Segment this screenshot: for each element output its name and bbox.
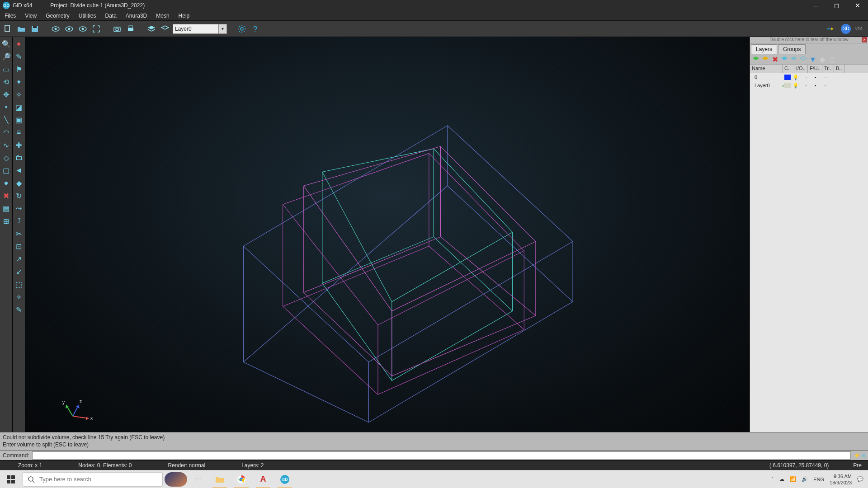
tool-1-icon[interactable]: ⚑ xyxy=(14,64,24,74)
folder-icon[interactable]: ▣ xyxy=(14,115,24,125)
layer-t1-icon[interactable] xyxy=(780,56,788,64)
lock-icon[interactable]: ▫ xyxy=(801,75,811,80)
delete-icon[interactable]: ✖ xyxy=(1,191,11,201)
cube-icon[interactable]: ▢ xyxy=(1,165,11,175)
tray-cloud-icon[interactable]: ☁ xyxy=(779,476,784,482)
layer-t4-icon[interactable]: ◆ xyxy=(818,56,826,64)
layers2-icon[interactable] xyxy=(159,23,171,35)
viewport-3d[interactable]: x y z xyxy=(25,37,750,432)
tool-12-icon[interactable]: ↙ xyxy=(14,267,24,277)
menu-view[interactable]: View xyxy=(20,13,41,19)
record-icon[interactable]: ● xyxy=(14,39,24,49)
search-highlight-icon[interactable] xyxy=(165,472,187,487)
tray-chevron-icon[interactable]: ˄ xyxy=(771,476,774,482)
settings-icon[interactable] xyxy=(236,23,248,35)
zoom-out-icon[interactable]: 🔎 xyxy=(1,52,11,61)
tool-6-icon[interactable]: ↻ xyxy=(14,191,24,201)
gid-taskbar-icon[interactable]: GD xyxy=(274,470,296,488)
selection-box-icon[interactable]: ⬚ xyxy=(14,279,24,289)
tool-4-icon[interactable]: ≡ xyxy=(14,127,24,137)
layer-color-swatch[interactable] xyxy=(784,75,791,80)
print-icon[interactable] xyxy=(125,23,137,35)
eraser-icon[interactable]: ◪ xyxy=(14,102,24,112)
menu-data[interactable]: Data xyxy=(101,13,121,19)
menu-utilities[interactable]: Utilities xyxy=(74,13,101,19)
tool-13-icon[interactable]: ✧ xyxy=(14,292,24,302)
menu-mesh[interactable]: Mesh xyxy=(151,13,174,19)
bulb-icon[interactable]: 💡 xyxy=(791,83,801,89)
taskbar-search[interactable]: Type here to search xyxy=(23,472,163,487)
line-icon[interactable]: ╲ xyxy=(1,115,11,125)
pointer-icon[interactable]: ◄ xyxy=(14,165,24,175)
fit-view-icon[interactable] xyxy=(90,23,102,35)
edit-icon[interactable]: ✎ xyxy=(14,52,24,61)
vis-icon[interactable]: ▪ xyxy=(811,83,821,88)
back-icon[interactable]: ▫ xyxy=(821,75,830,80)
box-select-icon[interactable]: ▭ xyxy=(1,64,11,74)
minimize-button[interactable]: – xyxy=(806,0,826,11)
bulb-icon[interactable]: 💡 xyxy=(791,75,801,80)
menu-help[interactable]: Help xyxy=(174,13,194,19)
tool-3-icon[interactable]: ✧ xyxy=(14,89,24,99)
tray-notifications-icon[interactable]: 💬 xyxy=(857,476,863,482)
cmd-run-icon[interactable]: ⚡ xyxy=(854,452,860,459)
shape-icon[interactable]: ◆ xyxy=(14,178,24,188)
tray-wifi-icon[interactable]: 📶 xyxy=(790,476,796,482)
menu-files[interactable]: Files xyxy=(0,13,20,19)
layer-row[interactable]: Layer0 ✓ 💡 ▫ ▪ ▫ xyxy=(750,81,868,89)
layer-filter-icon[interactable]: ▼ xyxy=(809,56,817,64)
open-icon[interactable]: 🗀 xyxy=(14,153,24,163)
layer-t2-icon[interactable] xyxy=(790,56,798,64)
tray-volume-icon[interactable]: 🔊 xyxy=(802,476,808,482)
brush-icon[interactable]: ✎ xyxy=(14,305,24,314)
curve-icon[interactable]: ∿ xyxy=(1,140,11,150)
layer-new-icon[interactable] xyxy=(752,56,760,64)
eye2-icon[interactable] xyxy=(63,23,75,35)
layer-row[interactable]: 0 💡 ▫ ▪ ▫ xyxy=(750,73,868,81)
layer-t3-icon[interactable] xyxy=(799,56,807,64)
eye1-icon[interactable] xyxy=(50,23,61,35)
layer-dropdown[interactable]: Layer0 ▼ xyxy=(173,24,227,34)
menu-anura3d[interactable]: Anura3D xyxy=(121,13,151,19)
layer-delete-icon[interactable]: ✖ xyxy=(771,56,779,64)
tool-7-icon[interactable]: ⤳ xyxy=(14,203,24,213)
tool-5-icon[interactable]: ✚ xyxy=(14,140,24,150)
help-icon[interactable]: ? xyxy=(250,23,261,35)
cmd-clear-icon[interactable]: ≡ xyxy=(862,452,865,459)
back-icon[interactable]: ▫ xyxy=(821,83,830,88)
app-a-icon[interactable]: A xyxy=(252,470,274,488)
list-icon[interactable]: ▤ xyxy=(1,203,11,213)
surface-icon[interactable]: ◇ xyxy=(1,153,11,163)
layers-icon[interactable] xyxy=(146,23,157,35)
close-button[interactable]: ✕ xyxy=(847,0,868,11)
panel-tearoff-hint[interactable]: Double click here to tear off the window… xyxy=(750,37,868,43)
sphere-icon[interactable]: ● xyxy=(1,178,11,188)
layer-send-icon[interactable] xyxy=(761,56,769,64)
point-icon[interactable]: • xyxy=(1,102,11,112)
maximize-button[interactable]: ◻ xyxy=(826,0,847,11)
rotate-icon[interactable]: ⟲ xyxy=(1,77,11,87)
new-file-icon[interactable] xyxy=(2,23,14,35)
layer-clipboard-icon[interactable]: ▯ xyxy=(828,56,836,64)
layer-color-swatch[interactable] xyxy=(784,83,791,88)
tab-layers[interactable]: Layers xyxy=(751,44,777,54)
tool-8-icon[interactable]: ⤴ xyxy=(14,216,24,226)
task-view-icon[interactable]: ▭ xyxy=(187,470,209,488)
pan-icon[interactable]: ✥ xyxy=(1,89,11,99)
file-explorer-icon[interactable] xyxy=(209,470,231,488)
tool-10-icon[interactable]: ⊡ xyxy=(14,241,24,251)
start-button[interactable] xyxy=(0,470,22,488)
tool-11-icon[interactable]: ↗ xyxy=(14,254,24,264)
tray-clock[interactable]: 9:36 AM 18/9/2023 xyxy=(830,473,852,486)
chrome-icon[interactable] xyxy=(231,470,252,488)
save-file-icon[interactable] xyxy=(29,23,41,35)
vis-icon[interactable]: ▪ xyxy=(811,75,821,80)
open-file-icon[interactable] xyxy=(15,23,27,35)
camera-icon[interactable] xyxy=(111,23,123,35)
grid-icon[interactable]: ⊞ xyxy=(1,216,11,226)
tool-2-icon[interactable]: ✦ xyxy=(14,77,24,87)
tool-9-icon[interactable]: ✂ xyxy=(14,229,24,239)
panel-close-icon[interactable]: × xyxy=(862,37,867,42)
tab-groups[interactable]: Groups xyxy=(778,44,806,54)
user-avatar[interactable]: GD xyxy=(841,24,851,34)
